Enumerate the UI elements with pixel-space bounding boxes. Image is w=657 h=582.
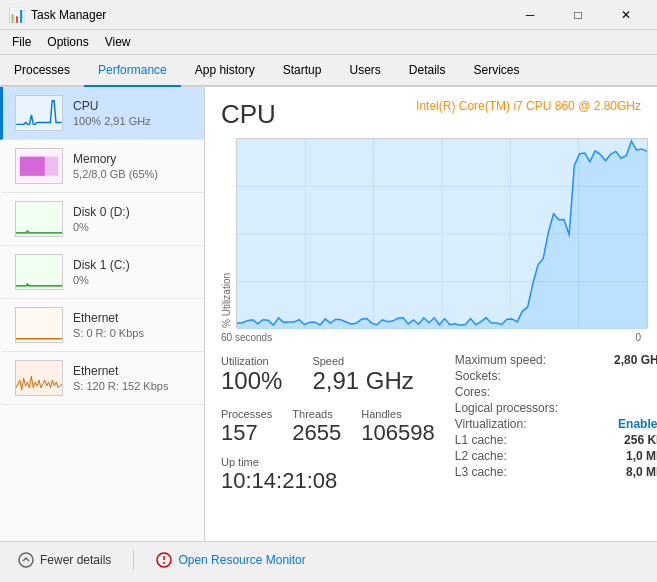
processes-label: Processes — [221, 408, 272, 420]
chart-labels: 60 seconds 0 — [221, 332, 641, 343]
menu-view[interactable]: View — [97, 32, 139, 52]
uptime-label: Up time — [221, 456, 435, 468]
cpu-thumbnail — [15, 95, 63, 131]
main-content: CPU 100% 2,91 GHz Memory 5,2/8,0 GB (65%… — [0, 87, 657, 541]
cores-label: Cores: — [455, 385, 490, 399]
l3-row: L3 cache: 8,0 MB — [455, 465, 657, 479]
svg-rect-1 — [20, 157, 45, 176]
tab-users[interactable]: Users — [335, 55, 394, 87]
svg-point-2 — [19, 553, 33, 567]
stats-section: Utilization 100% Speed 2,91 GHz Processe… — [221, 353, 641, 494]
virt-label: Virtualization: — [455, 417, 527, 431]
menu-file[interactable]: File — [4, 32, 39, 52]
tab-startup[interactable]: Startup — [269, 55, 336, 87]
processes-value: 157 — [221, 420, 272, 446]
max-speed-value: 2,80 GHz — [614, 353, 657, 367]
processes-stat: Processes 157 — [221, 406, 272, 448]
handles-label: Handles — [361, 408, 434, 420]
utilization-stat: Utilization 100% — [221, 353, 282, 398]
eth2-thumbnail — [15, 360, 63, 396]
memory-sublabel: 5,2/8,0 GB (65%) — [73, 168, 192, 180]
eth1-thumbnail — [15, 307, 63, 343]
right-stats: Maximum speed: 2,80 GHz Sockets: 1 Cores… — [455, 353, 657, 494]
chart-y-label: % Utilization — [221, 138, 232, 328]
util-label: Utilization — [221, 355, 282, 367]
l1-row: L1 cache: 256 KB — [455, 433, 657, 447]
sidebar-item-disk0[interactable]: Disk 0 (D:) 0% — [0, 193, 204, 246]
fewer-details-label: Fewer details — [40, 553, 111, 567]
cpu-sublabel: 100% 2,91 GHz — [73, 115, 192, 127]
detail-title: CPU — [221, 99, 276, 130]
tab-performance[interactable]: Performance — [84, 55, 181, 87]
app-title: Task Manager — [31, 8, 106, 22]
max-speed-row: Maximum speed: 2,80 GHz — [455, 353, 657, 367]
disk0-info: Disk 0 (D:) 0% — [73, 205, 192, 233]
sidebar: CPU 100% 2,91 GHz Memory 5,2/8,0 GB (65%… — [0, 87, 205, 541]
sockets-row: Sockets: 1 — [455, 369, 657, 383]
memory-thumbnail — [15, 148, 63, 184]
eth1-info: Ethernet S: 0 R: 0 Kbps — [73, 311, 192, 339]
cores-row: Cores: 4 — [455, 385, 657, 399]
open-monitor-label: Open Resource Monitor — [178, 553, 305, 567]
title-bar-controls: ─ □ ✕ — [507, 1, 649, 29]
l1-label: L1 cache: — [455, 433, 507, 447]
sidebar-item-eth2[interactable]: Ethernet S: 120 R: 152 Kbps — [0, 352, 204, 405]
bottom-bar: Fewer details Open Resource Monitor — [0, 541, 657, 577]
cpu-chart — [236, 138, 648, 328]
eth2-info: Ethernet S: 120 R: 152 Kbps — [73, 364, 192, 392]
eth1-sublabel: S: 0 R: 0 Kbps — [73, 327, 192, 339]
disk1-info: Disk 1 (C:) 0% — [73, 258, 192, 286]
disk1-sublabel: 0% — [73, 274, 192, 286]
util-value: 100% — [221, 367, 282, 396]
left-stats: Utilization 100% Speed 2,91 GHz Processe… — [221, 353, 435, 494]
tab-app-history[interactable]: App history — [181, 55, 269, 87]
logical-row: Logical processors: 8 — [455, 401, 657, 415]
open-monitor-icon — [156, 552, 172, 568]
menu-options[interactable]: Options — [39, 32, 96, 52]
detail-panel: CPU Intel(R) Core(TM) i7 CPU 860 @ 2.80G… — [205, 87, 657, 541]
open-resource-monitor-button[interactable]: Open Resource Monitor — [150, 548, 311, 572]
speed-value: 2,91 GHz — [312, 367, 413, 396]
cpu-info: CPU 100% 2,91 GHz — [73, 99, 192, 127]
virt-row: Virtualization: Enabled — [455, 417, 657, 431]
disk0-label: Disk 0 (D:) — [73, 205, 192, 219]
uptime-stat: Up time 10:14:21:08 — [221, 456, 435, 494]
app-icon: 📊 — [8, 7, 25, 23]
eth2-sublabel: S: 120 R: 152 Kbps — [73, 380, 192, 392]
l2-row: L2 cache: 1,0 MB — [455, 449, 657, 463]
tab-processes[interactable]: Processes — [0, 55, 84, 87]
tab-services[interactable]: Services — [460, 55, 534, 87]
minimize-button[interactable]: ─ — [507, 1, 553, 29]
chart-x-min: 0 — [635, 332, 641, 343]
disk0-sublabel: 0% — [73, 221, 192, 233]
maximize-button[interactable]: □ — [555, 1, 601, 29]
handles-value: 106598 — [361, 420, 434, 446]
sidebar-item-memory[interactable]: Memory 5,2/8,0 GB (65%) — [0, 140, 204, 193]
disk0-thumbnail — [15, 201, 63, 237]
title-bar-left: 📊 Task Manager — [8, 7, 106, 23]
disk1-thumbnail — [15, 254, 63, 290]
chart-x-label: 60 seconds — [221, 332, 272, 343]
eth2-label: Ethernet — [73, 364, 192, 378]
bottom-divider — [133, 550, 134, 570]
max-speed-label: Maximum speed: — [455, 353, 546, 367]
memory-label: Memory — [73, 152, 192, 166]
eth1-label: Ethernet — [73, 311, 192, 325]
l1-value: 256 KB — [624, 433, 657, 447]
speed-label: Speed — [312, 355, 413, 367]
menu-bar: File Options View — [0, 30, 657, 55]
close-button[interactable]: ✕ — [603, 1, 649, 29]
sidebar-item-eth1[interactable]: Ethernet S: 0 R: 0 Kbps — [0, 299, 204, 352]
cpu-label: CPU — [73, 99, 192, 113]
memory-info: Memory 5,2/8,0 GB (65%) — [73, 152, 192, 180]
disk1-label: Disk 1 (C:) — [73, 258, 192, 272]
l2-label: L2 cache: — [455, 449, 507, 463]
svg-point-5 — [163, 562, 165, 564]
sidebar-item-cpu[interactable]: CPU 100% 2,91 GHz — [0, 87, 204, 140]
tab-details[interactable]: Details — [395, 55, 460, 87]
title-bar: 📊 Task Manager ─ □ ✕ — [0, 0, 657, 30]
tab-bar: Processes Performance App history Startu… — [0, 55, 657, 87]
fewer-details-button[interactable]: Fewer details — [12, 548, 117, 572]
l2-value: 1,0 MB — [626, 449, 657, 463]
sidebar-item-disk1[interactable]: Disk 1 (C:) 0% — [0, 246, 204, 299]
